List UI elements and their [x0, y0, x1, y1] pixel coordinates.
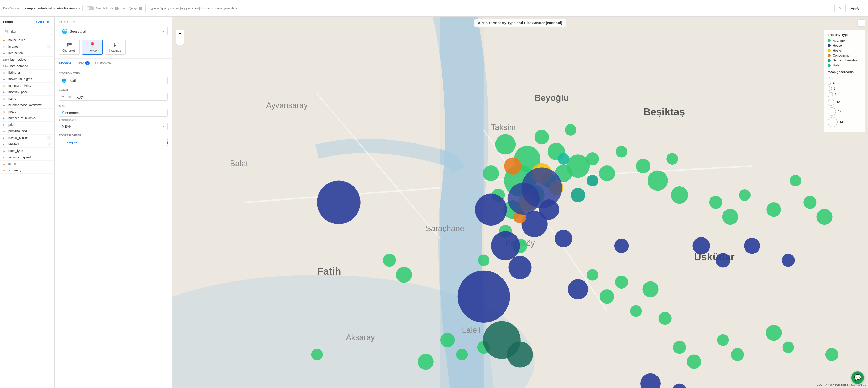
- svg-point-37: [666, 153, 678, 165]
- svg-text:Aksaray: Aksaray: [346, 333, 375, 342]
- svg-point-76: [458, 270, 510, 323]
- field-item[interactable]: ▸ reviews []: [0, 141, 55, 148]
- svg-point-44: [803, 196, 816, 209]
- tab-filter[interactable]: Filter2: [76, 59, 90, 68]
- field-name-label: number_of_reviews: [8, 117, 51, 120]
- svg-point-51: [587, 269, 598, 281]
- field-item[interactable]: A neighborhood_overview: [0, 102, 55, 108]
- field-type-icon: A: [3, 39, 7, 42]
- field-item[interactable]: # price: [0, 122, 55, 128]
- chart-type-select[interactable]: 🌐 Geospatial ▾: [59, 27, 167, 36]
- field-item[interactable]: table last_review: [0, 57, 55, 63]
- tab-customize[interactable]: Customize: [95, 59, 111, 68]
- sidebar-header: Fields + Add Field: [0, 17, 55, 26]
- legend-color-dot: [828, 64, 831, 67]
- query-input[interactable]: [145, 4, 835, 12]
- field-item[interactable]: A notes: [0, 108, 55, 115]
- chat-button[interactable]: 💬: [851, 371, 864, 384]
- field-item[interactable]: A interaction: [0, 50, 55, 57]
- zoom-out-button[interactable]: −: [176, 37, 184, 44]
- field-item[interactable]: # security_deposit: [0, 154, 55, 161]
- scatter-chart-icon: 📍: [89, 42, 96, 48]
- size-section: Size # bedrooms AGGREGATE MEAN ▾: [59, 104, 167, 130]
- svg-point-45: [816, 209, 832, 225]
- legend-item-label: Bed and breakfast: [833, 59, 858, 62]
- field-name-label: maximum_nights: [8, 77, 51, 81]
- svg-point-38: [671, 187, 688, 204]
- tooltip-add-button[interactable]: + category: [59, 138, 167, 146]
- legend-item: House: [828, 44, 862, 47]
- legend-size-item: 12: [828, 107, 862, 116]
- svg-point-52: [600, 289, 614, 304]
- field-name-label: name: [8, 97, 51, 100]
- svg-text:Ayvansaray: Ayvansaray: [266, 101, 308, 110]
- svg-point-43: [789, 175, 801, 187]
- aggregate-value: MEAN: [62, 125, 72, 128]
- datasource-select[interactable]: sample_airbnb.listingsAndReviews ▾: [22, 5, 83, 11]
- sample-mode-info-icon[interactable]: i: [115, 6, 119, 10]
- field-item[interactable]: # monthly_price: [0, 89, 55, 96]
- field-type-icon: A: [3, 78, 7, 81]
- svg-point-56: [658, 312, 672, 325]
- sidebar-title: Fields: [3, 20, 13, 24]
- add-field-button[interactable]: + Add Field: [36, 20, 51, 24]
- aggregate-select[interactable]: MEAN ▾: [59, 123, 167, 130]
- clear-query-button[interactable]: ×: [838, 5, 842, 12]
- field-name-label: space: [8, 162, 51, 166]
- field-name-label: monthly_price: [8, 90, 51, 94]
- svg-point-57: [311, 349, 323, 360]
- field-item[interactable]: A maximum_nights: [0, 76, 55, 83]
- field-item[interactable]: A summary: [0, 167, 55, 174]
- field-badge: []: [48, 143, 51, 146]
- svg-point-35: [636, 159, 650, 173]
- sample-mode-label: Sample Mode: [96, 7, 113, 10]
- terms-link[interactable]: Terms of Use: [850, 384, 866, 387]
- encode-body: Coordinates 🌐 location Color A property_…: [55, 68, 172, 150]
- legend-size-label: 10: [836, 100, 840, 104]
- coordinates-field-icon: 🌐: [62, 78, 66, 83]
- tab-encode-label: Encode: [59, 61, 71, 65]
- field-name-label: notes: [8, 110, 51, 114]
- fields-search-input[interactable]: [10, 30, 50, 33]
- field-type-icon: ▸: [3, 136, 7, 139]
- heatmap-chart-icon: 🌡: [113, 42, 118, 48]
- field-item[interactable]: A minimum_nights: [0, 83, 55, 89]
- svg-point-94: [508, 183, 539, 215]
- coordinates-field-box[interactable]: 🌐 location: [59, 76, 167, 85]
- color-field-icon: A: [62, 95, 64, 99]
- chart-type-choropleth-button[interactable]: 🗺 Choropleth: [59, 40, 80, 55]
- chart-type-scatter-button[interactable]: 📍 Scatter: [82, 40, 103, 55]
- color-field-box[interactable]: A property_type: [59, 93, 167, 100]
- field-item[interactable]: A property_type: [0, 128, 55, 135]
- field-name-label: summary: [8, 168, 51, 172]
- svg-point-21: [534, 130, 549, 144]
- svg-point-92: [558, 153, 569, 165]
- field-item[interactable]: A room_type: [0, 148, 55, 154]
- field-type-icon: A: [3, 162, 7, 165]
- query-info-icon[interactable]: i: [138, 6, 142, 10]
- legend-color-dot: [828, 44, 831, 47]
- svg-point-67: [782, 342, 794, 353]
- size-field-box[interactable]: # bedrooms: [59, 109, 167, 117]
- field-item[interactable]: A house_rules: [0, 37, 55, 43]
- sample-mode-toggle[interactable]: [86, 6, 94, 10]
- zoom-in-button[interactable]: +: [176, 30, 184, 37]
- legend-size-label: 12: [838, 109, 841, 113]
- field-item[interactable]: table last_scraped: [0, 63, 55, 69]
- field-item[interactable]: A space: [0, 161, 55, 167]
- field-item[interactable]: ▸ review_scores {}: [0, 135, 55, 141]
- field-type-icon: #: [3, 91, 7, 94]
- legend-size-item: 6: [828, 87, 862, 91]
- size-field-label: bedrooms: [65, 111, 81, 115]
- map-svg: Ayvansaray Balat Fatih Taksim Beyoğlu Be…: [172, 17, 868, 388]
- field-item[interactable]: A listing_url: [0, 69, 55, 76]
- tab-encode[interactable]: Encode: [59, 59, 71, 68]
- field-item[interactable]: A name: [0, 96, 55, 102]
- chart-type-dropdown-icon: ▾: [163, 29, 165, 33]
- map-more-button[interactable]: ...: [857, 19, 865, 27]
- field-item[interactable]: # number_of_reviews: [0, 115, 55, 122]
- svg-text:Balat: Balat: [230, 159, 248, 168]
- chart-type-heatmap-button[interactable]: 🌡 Heatmap: [105, 40, 126, 55]
- field-item[interactable]: ▸ images {}: [0, 43, 55, 50]
- apply-button[interactable]: Apply: [845, 4, 865, 12]
